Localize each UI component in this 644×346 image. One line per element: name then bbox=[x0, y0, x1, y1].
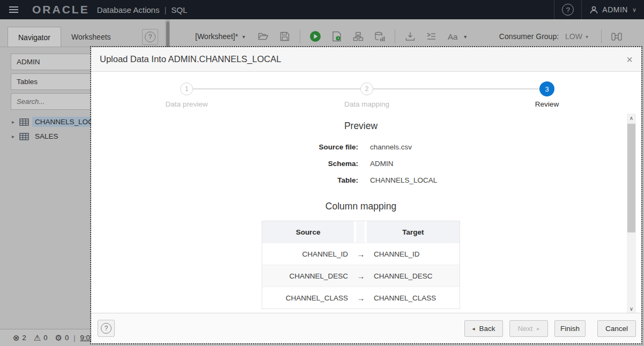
mapping-arrow-icon: → bbox=[348, 250, 374, 259]
dialog-scrollbar[interactable]: ∧ ∨ bbox=[627, 114, 636, 313]
step-2-circle[interactable]: 2 bbox=[360, 82, 373, 95]
target-column-header: Target bbox=[367, 221, 460, 243]
column-mapping-table: Source Target CHANNEL_ID → CHANNEL_ID CH… bbox=[262, 221, 460, 309]
step-1-label: Data preview bbox=[166, 100, 208, 108]
mapping-row: CHANNEL_DESC → CHANNEL_DESC bbox=[262, 265, 460, 287]
mapping-row: CHANNEL_CLASS → CHANNEL_CLASS bbox=[262, 287, 460, 309]
target-cell: CHANNEL_ID bbox=[374, 250, 460, 258]
target-cell: CHANNEL_CLASS bbox=[374, 294, 460, 302]
mapping-row: CHANNEL_ID → CHANNEL_ID bbox=[262, 243, 460, 265]
mapping-arrow-icon: → bbox=[348, 272, 374, 281]
cancel-button[interactable]: Cancel bbox=[597, 320, 636, 337]
preview-fields: Source file: channels.csv Schema: ADMIN … bbox=[91, 143, 631, 184]
scrollbar-thumb[interactable] bbox=[627, 124, 635, 232]
next-arrow-icon: ▸ bbox=[537, 326, 539, 332]
field-source-file: Source file: channels.csv bbox=[91, 143, 631, 151]
step-3-circle[interactable]: 3 bbox=[539, 81, 554, 96]
next-button[interactable]: Next ▸ bbox=[509, 320, 548, 337]
help-icon: ? bbox=[101, 323, 112, 334]
step-1-circle[interactable]: 1 bbox=[180, 82, 193, 95]
wizard-stepper: 1 2 3 Data preview Data mapping Review bbox=[91, 72, 631, 116]
arrow-column-header bbox=[354, 221, 367, 243]
scroll-up-icon[interactable]: ∧ bbox=[627, 114, 636, 122]
field-value: ADMIN bbox=[370, 160, 394, 168]
finish-button[interactable]: Finish bbox=[554, 320, 586, 337]
finish-button-label: Finish bbox=[560, 325, 580, 333]
dialog-help-button[interactable]: ? bbox=[98, 320, 115, 337]
close-icon[interactable]: × bbox=[626, 54, 633, 65]
step-2-label: Data mapping bbox=[344, 100, 389, 108]
back-button[interactable]: ◂ Back bbox=[464, 320, 503, 337]
dialog-title: Upload Data Into ADMIN.CHANNELS_LOCAL bbox=[100, 54, 281, 64]
field-schema: Schema: ADMIN bbox=[91, 160, 631, 168]
back-button-label: Back bbox=[479, 325, 495, 333]
dialog-footer: ? ◂ Back Next ▸ Finish Cancel bbox=[91, 313, 641, 343]
field-value: CHANNELS_LOCAL bbox=[370, 176, 437, 184]
upload-data-dialog: Upload Data Into ADMIN.CHANNELS_LOCAL × … bbox=[91, 47, 641, 343]
source-cell: CHANNEL_DESC bbox=[262, 272, 348, 280]
dialog-header: Upload Data Into ADMIN.CHANNELS_LOCAL × bbox=[91, 47, 641, 72]
cancel-button-label: Cancel bbox=[605, 325, 628, 333]
mapping-table-header: Source Target bbox=[262, 221, 460, 243]
field-label: Source file: bbox=[91, 143, 358, 151]
field-label: Schema: bbox=[91, 160, 358, 168]
field-value: channels.csv bbox=[370, 143, 412, 151]
source-cell: CHANNEL_ID bbox=[262, 250, 348, 258]
next-button-label: Next bbox=[518, 325, 533, 333]
review-content: Preview Source file: channels.csv Schema… bbox=[91, 116, 631, 313]
step-3-label: Review bbox=[535, 100, 559, 108]
preview-heading: Preview bbox=[91, 121, 631, 132]
column-mapping-heading: Column mapping bbox=[91, 201, 631, 212]
source-column-header: Source bbox=[262, 221, 354, 243]
back-arrow-icon: ◂ bbox=[472, 326, 475, 332]
mapping-arrow-icon: → bbox=[348, 294, 374, 303]
field-label: Table: bbox=[91, 176, 358, 184]
field-table: Table: CHANNELS_LOCAL bbox=[91, 176, 631, 184]
scroll-down-icon[interactable]: ∨ bbox=[627, 304, 636, 313]
source-cell: CHANNEL_CLASS bbox=[262, 294, 348, 302]
target-cell: CHANNEL_DESC bbox=[374, 272, 460, 280]
